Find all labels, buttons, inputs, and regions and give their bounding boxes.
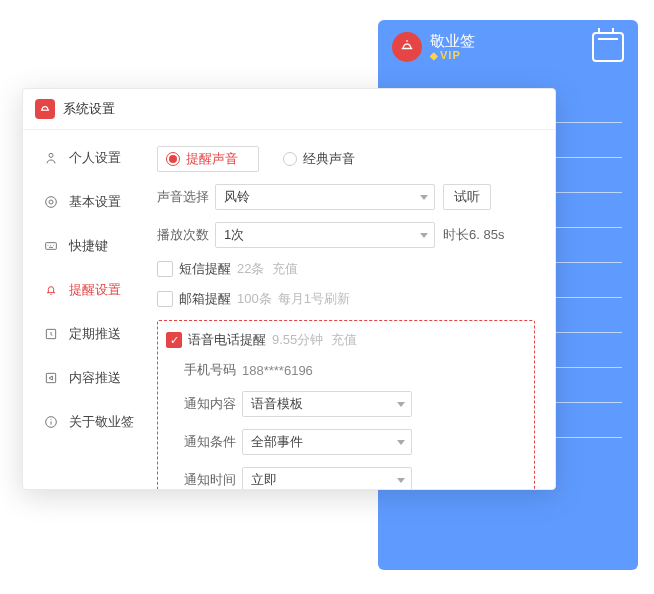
info-icon <box>43 414 59 430</box>
sidebar-label: 个人设置 <box>69 149 121 167</box>
play-count-label: 播放次数 <box>157 226 215 244</box>
content-label: 通知内容 <box>184 395 242 413</box>
sidebar-item-content-push[interactable]: 内容推送 <box>23 356 153 400</box>
time-select[interactable]: 立即 <box>242 467 412 489</box>
sidebar-label: 关于敬业签 <box>69 413 134 431</box>
sidebar-label: 基本设置 <box>69 193 121 211</box>
settings-main: 提醒声音 经典声音 声音选择 风铃 试听 播放次数 1次 时长6. 85s 短信… <box>153 130 555 489</box>
sms-label: 短信提醒 <box>179 260 231 278</box>
sidebar-item-about[interactable]: 关于敬业签 <box>23 400 153 444</box>
sound-select-label: 声音选择 <box>157 188 215 206</box>
window-logo-icon <box>35 99 55 119</box>
svg-rect-5 <box>46 373 55 382</box>
vip-badge: VIP <box>430 49 592 61</box>
calendar-icon[interactable] <box>592 32 624 62</box>
sms-checkbox[interactable] <box>157 261 173 277</box>
radio-classic-sound[interactable]: 经典声音 <box>283 150 355 168</box>
sms-count: 22条 <box>237 260 264 278</box>
voice-minutes: 9.55分钟 <box>272 331 323 349</box>
svg-point-0 <box>49 153 53 157</box>
clock-icon <box>43 326 59 342</box>
condition-select[interactable]: 全部事件 <box>242 429 412 455</box>
sidebar-item-reminder[interactable]: 提醒设置 <box>23 268 153 312</box>
phone-number-value: 188****6196 <box>242 363 313 378</box>
sidebar-label: 内容推送 <box>69 369 121 387</box>
preview-button[interactable]: 试听 <box>443 184 491 210</box>
sound-select[interactable]: 风铃 <box>215 184 435 210</box>
sidebar-label: 提醒设置 <box>69 281 121 299</box>
send-icon <box>43 370 59 386</box>
time-label: 通知时间 <box>184 471 242 489</box>
email-label: 邮箱提醒 <box>179 290 231 308</box>
radio-reminder-sound[interactable]: 提醒声音 <box>157 146 259 172</box>
sidebar-item-shortcut[interactable]: 快捷键 <box>23 224 153 268</box>
email-checkbox[interactable] <box>157 291 173 307</box>
sidebar-item-schedule[interactable]: 定期推送 <box>23 312 153 356</box>
voice-checkbox[interactable] <box>166 332 182 348</box>
bell-icon <box>43 282 59 298</box>
sidebar-label: 定期推送 <box>69 325 121 343</box>
app-logo-icon <box>392 32 422 62</box>
email-refresh: 每月1号刷新 <box>278 290 350 308</box>
play-count-select[interactable]: 1次 <box>215 222 435 248</box>
phone-number-label: 手机号码 <box>184 361 242 379</box>
sidebar-label: 快捷键 <box>69 237 108 255</box>
condition-label: 通知条件 <box>184 433 242 451</box>
voice-call-section: 语音电话提醒 9.55分钟 充值 手机号码 188****6196 通知内容 语… <box>157 320 535 489</box>
content-select[interactable]: 语音模板 <box>242 391 412 417</box>
svg-point-2 <box>46 197 57 208</box>
email-count: 100条 <box>237 290 272 308</box>
voice-recharge-link[interactable]: 充值 <box>331 331 357 349</box>
sms-recharge-link[interactable]: 充值 <box>272 260 298 278</box>
duration-note: 时长6. 85s <box>443 226 504 244</box>
settings-window: 系统设置 个人设置 基本设置 快捷键 提醒设置 定期推送 <box>22 88 556 490</box>
svg-rect-3 <box>46 243 57 250</box>
person-icon <box>43 150 59 166</box>
app-name: 敬业签 <box>430 33 592 49</box>
mobile-header: 敬业签 VIP <box>378 20 638 70</box>
settings-sidebar: 个人设置 基本设置 快捷键 提醒设置 定期推送 内容推送 <box>23 130 153 489</box>
window-titlebar: 系统设置 <box>23 89 555 130</box>
sidebar-item-profile[interactable]: 个人设置 <box>23 136 153 180</box>
gear-icon <box>43 194 59 210</box>
voice-label: 语音电话提醒 <box>188 331 266 349</box>
sidebar-item-basic[interactable]: 基本设置 <box>23 180 153 224</box>
window-title: 系统设置 <box>63 100 115 118</box>
keyboard-icon <box>43 238 59 254</box>
svg-point-1 <box>49 200 53 204</box>
